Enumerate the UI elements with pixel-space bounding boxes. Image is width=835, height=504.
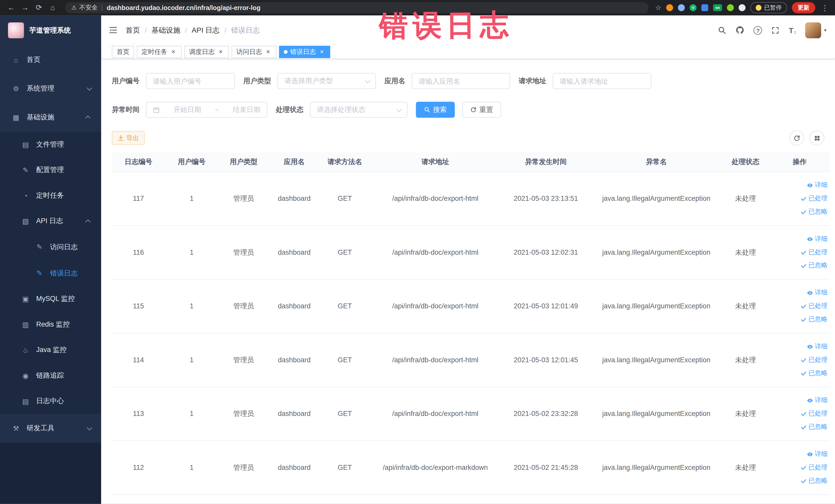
col-actions: 操作 [770,152,830,172]
browser-back-button[interactable]: ← [5,0,17,15]
user-menu[interactable]: ▾ [806,22,827,38]
breadcrumb-infrastructure[interactable]: 基础设施 [151,25,180,35]
address-bar[interactable]: ⚠ 不安全 dashboard.yudao.iocoder.cn/infra/l… [65,2,649,13]
extension-icon[interactable] [738,4,746,11]
date-range-picker[interactable]: 开始日期 ~ 结束日期 [146,102,267,118]
extension-icon[interactable]: on [713,4,722,11]
ignored-link[interactable]: 已忽略 [800,476,828,485]
font-size-icon[interactable]: T↕ [789,26,796,35]
error-log-table: 日志编号 用户编号 用户类型 应用名 请求方法名 请求地址 异常发生时间 异常名… [112,152,830,495]
tab-error-log[interactable]: 错误日志 × [279,45,330,58]
paused-badge[interactable]: 已暂停 [750,2,787,13]
col-request-url: 请求地址 [370,152,501,172]
browser-update-button[interactable]: 更新 [792,2,815,13]
close-icon[interactable]: × [319,48,325,55]
detail-link[interactable]: 详细 [807,449,828,459]
sidebar-item-trace[interactable]: ◉ 链路追踪 [0,363,101,388]
refresh-table-button[interactable] [789,130,804,145]
caret-down-icon: ▾ [824,27,826,33]
range-separator: ~ [215,106,219,114]
ignored-link[interactable]: 已忽略 [800,207,828,216]
sidebar-item-api-logs[interactable]: ▧ API 日志 [0,208,101,234]
sidebar-item-config-management[interactable]: ✎ 配置管理 [0,157,101,183]
browser-toolbar: ← → ⟳ ⌂ ⚠ 不安全 dashboard.yudao.iocoder.cn… [0,0,835,15]
sidebar-item-error-log[interactable]: ✎ 错误日志 [0,260,101,286]
breadcrumb: 首页 / 基础设施 / API 日志 / 错误日志 [126,25,260,35]
processed-link[interactable]: 已处理 [800,409,828,418]
detail-link[interactable]: 详细 [807,396,828,405]
tab-scheduled-jobs[interactable]: 定时任务 × [137,45,182,58]
help-icon[interactable]: ? [754,26,762,35]
export-button[interactable]: 导出 [112,131,145,145]
extension-icon[interactable] [727,4,734,11]
close-icon[interactable]: × [265,48,271,55]
reset-button[interactable]: 重置 [462,102,501,118]
extension-icon[interactable] [678,4,685,11]
detail-link[interactable]: 详细 [807,181,828,189]
github-icon[interactable] [736,26,745,35]
tab-access-log[interactable]: 访问日志 × [231,45,276,58]
ignored-link[interactable]: 已忽略 [800,315,828,324]
browser-home-button[interactable]: ⌂ [47,0,59,15]
processed-link[interactable]: 已处理 [800,248,828,257]
ignored-link[interactable]: 已忽略 [800,261,828,270]
site-security-label[interactable]: ⚠ 不安全 [72,4,98,12]
browser-forward-button[interactable]: → [19,0,31,15]
browser-reload-button[interactable]: ⟳ [33,0,45,15]
close-icon[interactable]: × [217,48,224,55]
filter-row-2: 异常时间 开始日期 ~ 结束日期 处理状态 请选择处理状态 [112,102,824,118]
search-icon[interactable] [718,26,727,35]
sidebar-item-infrastructure[interactable]: ▦ 基础设施 [0,103,101,132]
table-tools [784,130,824,145]
ignored-link[interactable]: 已忽略 [800,369,828,378]
processed-link[interactable]: 已处理 [800,355,828,364]
sidebar-item-scheduled-jobs[interactable]: ◔ 定时任务 [0,183,101,208]
logo-image [8,22,24,38]
sidebar-item-log-center[interactable]: ▤ 日志中心 [0,388,101,414]
sidebar-item-home[interactable]: ⌂ 首页 [0,45,101,74]
user-type-select[interactable]: 请选择用户类型 [278,73,376,89]
sidebar-item-system[interactable]: ⚙ 系统管理 [0,74,101,103]
bookmark-star-icon[interactable]: ☆ [655,4,661,12]
extension-icon[interactable]: V [690,4,697,11]
database-stack-icon: ▥ [21,320,30,328]
detail-link[interactable]: 详细 [807,288,828,297]
edit-icon: ✎ [21,166,30,174]
search-button[interactable]: 搜索 [416,102,454,118]
tab-home[interactable]: 首页 [112,45,134,58]
close-icon[interactable]: × [170,48,177,55]
processed-link[interactable]: 已处理 [800,463,828,472]
warning-icon: ⚠ [72,4,77,11]
log-icon: ▧ [21,217,30,225]
filter-app-name: 应用名 [385,73,510,89]
sidebar-item-file-management[interactable]: ▤ 文件管理 [0,132,101,157]
process-status-select[interactable]: 请选择处理状态 [310,102,407,118]
file-icon: ▤ [21,140,30,148]
user-id-input[interactable] [146,73,235,89]
breadcrumb-home[interactable]: 首页 [126,25,140,35]
column-settings-button[interactable] [809,130,824,145]
processed-link[interactable]: 已处理 [800,301,828,310]
sidebar-item-java-monitor[interactable]: ♨ Java 监控 [0,337,101,363]
browser-menu-icon[interactable]: ⋮ [820,3,830,12]
processed-link[interactable]: 已处理 [800,194,828,203]
detail-link[interactable]: 详细 [807,342,828,351]
app-logo[interactable]: 芋道管理系统 [0,15,101,45]
ignored-link[interactable]: 已忽略 [800,422,828,431]
sidebar-item-redis-monitor[interactable]: ▥ Redis 监控 [0,312,101,337]
extension-icon[interactable] [666,4,673,11]
sidebar-item-dev-tools[interactable]: ⚒ 研发工具 [0,414,101,443]
detail-link[interactable]: 详细 [807,235,828,243]
tab-schedule-log[interactable]: 调度日志 × [184,45,229,58]
col-exception-time: 异常发生时间 [501,152,591,172]
extension-icon[interactable] [701,4,708,11]
breadcrumb-api-logs[interactable]: API 日志 [192,25,220,35]
sidebar-fold-icon[interactable] [108,26,118,35]
breadcrumb-current: 错误日志 [231,25,260,35]
filter-process-status: 处理状态 请选择处理状态 [276,102,407,118]
fullscreen-icon[interactable] [771,26,780,35]
app-name-input[interactable] [412,73,510,89]
sidebar-item-access-log[interactable]: ✎ 访问日志 [0,234,101,260]
request-url-input[interactable] [553,73,651,89]
sidebar-item-mysql-monitor[interactable]: ▣ MySQL 监控 [0,286,101,312]
